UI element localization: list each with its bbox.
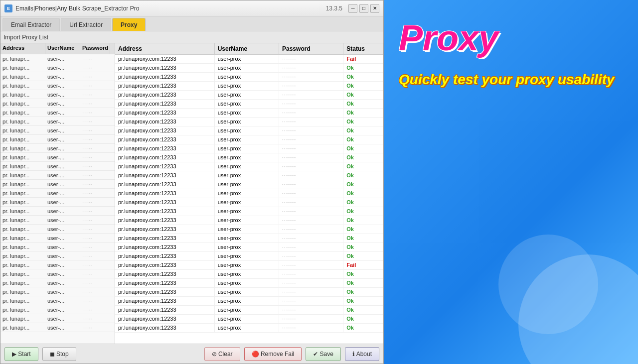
table-row[interactable]: pr.lunaproxy.com:12233 user-prox ·······… xyxy=(115,63,383,72)
table-row[interactable]: pr.lunaproxy.com:12233 user-prox ·······… xyxy=(115,251,383,260)
cell-password: ······· xyxy=(279,260,343,269)
table-row[interactable]: pr.lunaproxy.com:12233 user-prox ·······… xyxy=(115,287,383,296)
table-row[interactable]: pr.lunaproxy.com:12233 user-prox ·······… xyxy=(115,216,383,225)
list-item[interactable]: pr. lunapr... user-... ····· xyxy=(0,180,115,189)
cell-address: pr.lunaproxy.com:12233 xyxy=(115,153,214,162)
table-row[interactable]: pr.lunaproxy.com:12233 user-prox ·······… xyxy=(115,99,383,108)
list-cell-address: pr. lunapr... xyxy=(0,172,45,179)
save-button[interactable]: ✔ Save xyxy=(306,347,341,361)
list-item[interactable]: pr. lunapr... user-... ····· xyxy=(0,278,115,287)
table-row[interactable]: pr.lunaproxy.com:12233 user-prox ·······… xyxy=(115,90,383,99)
list-item[interactable]: pr. lunapr... user-... ····· xyxy=(0,198,115,207)
table-row[interactable]: pr.lunaproxy.com:12233 user-prox ·······… xyxy=(115,144,383,153)
clear-button[interactable]: ⊘ Clear xyxy=(204,347,240,361)
list-cell-password: ····· xyxy=(80,118,110,125)
table-row[interactable]: pr.lunaproxy.com:12233 user-prox ·······… xyxy=(115,207,383,216)
list-cell-password: ····· xyxy=(80,91,110,98)
table-row[interactable]: pr.lunaproxy.com:12233 user-prox ·······… xyxy=(115,198,383,207)
list-item[interactable]: pr. lunapr... user-... ····· xyxy=(0,269,115,278)
list-item[interactable]: pr. lunapr... user-... ····· xyxy=(0,260,115,269)
cell-username: user-prox xyxy=(214,63,279,72)
close-button[interactable]: ✕ xyxy=(370,4,379,13)
list-cell-address: pr. lunapr... xyxy=(0,306,45,313)
list-item[interactable]: pr. lunapr... user-... ····· xyxy=(0,108,115,117)
table-row[interactable]: pr.lunaproxy.com:12233 user-prox ·······… xyxy=(115,323,383,332)
list-item[interactable]: pr. lunapr... user-... ····· xyxy=(0,72,115,81)
cell-username: user-prox xyxy=(214,278,279,287)
list-item[interactable]: pr. lunapr... user-... ····· xyxy=(0,305,115,314)
table-row[interactable]: pr.lunaproxy.com:12233 user-prox ·······… xyxy=(115,305,383,314)
list-item[interactable]: pr. lunapr... user-... ····· xyxy=(0,225,115,234)
tab-proxy[interactable]: Proxy xyxy=(112,18,146,31)
about-button[interactable]: ℹ About xyxy=(345,347,379,361)
list-item[interactable]: pr. lunapr... user-... ····· xyxy=(0,251,115,260)
table-row[interactable]: pr.lunaproxy.com:12233 user-prox ·······… xyxy=(115,189,383,198)
cell-username: user-prox xyxy=(214,117,279,126)
minimize-button[interactable]: ─ xyxy=(348,4,357,13)
list-item[interactable]: pr. lunapr... user-... ····· xyxy=(0,153,115,162)
table-row[interactable]: pr.lunaproxy.com:12233 user-prox ·······… xyxy=(115,269,383,278)
start-button[interactable]: ▶ Start xyxy=(4,347,38,361)
table-row[interactable]: pr.lunaproxy.com:12233 user-prox ·······… xyxy=(115,117,383,126)
list-item[interactable]: pr. lunapr... user-... ····· xyxy=(0,90,115,99)
table-row[interactable]: pr.lunaproxy.com:12233 user-prox ·······… xyxy=(115,153,383,162)
maximize-button[interactable]: □ xyxy=(359,4,368,13)
table-row[interactable]: pr.lunaproxy.com:12233 user-prox ·······… xyxy=(115,234,383,243)
table-row[interactable]: pr.lunaproxy.com:12233 user-prox ·······… xyxy=(115,278,383,287)
table-row[interactable]: pr.lunaproxy.com:12233 user-prox ·······… xyxy=(115,296,383,305)
list-cell-password: ····· xyxy=(80,64,110,71)
list-item[interactable]: pr. lunapr... user-... ····· xyxy=(0,287,115,296)
list-cell-username: user-... xyxy=(45,190,80,197)
list-item[interactable]: pr. lunapr... user-... ····· xyxy=(0,135,115,144)
table-row[interactable]: pr.lunaproxy.com:12233 user-prox ·······… xyxy=(115,81,383,90)
promo-subtitle: Quickly test your proxy usability xyxy=(399,71,623,89)
remove-fail-button[interactable]: 🔴 Remove Fail xyxy=(244,347,302,361)
cell-address: pr.lunaproxy.com:12233 xyxy=(115,323,214,332)
table-row[interactable]: pr.lunaproxy.com:12233 user-prox ·······… xyxy=(115,108,383,117)
table-row[interactable]: pr.lunaproxy.com:12233 user-prox ·······… xyxy=(115,225,383,234)
list-item[interactable]: pr. lunapr... user-... ····· xyxy=(0,63,115,72)
list-item[interactable]: pr. lunapr... user-... ····· xyxy=(0,296,115,305)
list-item[interactable]: pr. lunapr... user-... ····· xyxy=(0,144,115,153)
list-item[interactable]: pr. lunapr... user-... ····· xyxy=(0,323,115,332)
table-row[interactable]: pr.lunaproxy.com:12233 user-prox ·······… xyxy=(115,171,383,180)
list-cell-password: ····· xyxy=(80,145,110,152)
cell-password: ······· xyxy=(279,117,343,126)
list-item[interactable]: pr. lunapr... user-... ····· xyxy=(0,54,115,63)
list-item[interactable]: pr. lunapr... user-... ····· xyxy=(0,216,115,225)
table-row[interactable]: pr.lunaproxy.com:12233 user-prox ·······… xyxy=(115,54,383,63)
tab-url-extractor[interactable]: Url Extractor xyxy=(61,18,111,31)
stop-button[interactable]: ◼ Stop xyxy=(42,347,76,361)
list-item[interactable]: pr. lunapr... user-... ····· xyxy=(0,234,115,243)
list-item[interactable]: pr. lunapr... user-... ····· xyxy=(0,171,115,180)
list-item[interactable]: pr. lunapr... user-... ····· xyxy=(0,81,115,90)
table-row[interactable]: pr.lunaproxy.com:12233 user-prox ·······… xyxy=(115,72,383,81)
cell-address: pr.lunaproxy.com:12233 xyxy=(115,287,214,296)
cell-password: ······· xyxy=(279,108,343,117)
table-row[interactable]: pr.lunaproxy.com:12233 user-prox ·······… xyxy=(115,314,383,323)
tab-email-extractor[interactable]: Email Extractor xyxy=(2,18,60,31)
list-cell-address: pr. lunapr... xyxy=(0,145,45,152)
cell-address: pr.lunaproxy.com:12233 xyxy=(115,90,214,99)
table-row[interactable]: pr.lunaproxy.com:12233 user-prox ·······… xyxy=(115,180,383,189)
import-bar[interactable]: Import Proxy List xyxy=(0,31,383,43)
list-item[interactable]: pr. lunapr... user-... ····· xyxy=(0,162,115,171)
cell-status: Ok xyxy=(343,135,383,144)
list-cell-address: pr. lunapr... xyxy=(0,270,45,277)
list-item[interactable]: pr. lunapr... user-... ····· xyxy=(0,126,115,135)
list-item[interactable]: pr. lunapr... user-... ····· xyxy=(0,189,115,198)
cell-username: user-prox xyxy=(214,81,279,90)
table-row[interactable]: pr.lunaproxy.com:12233 user-prox ·······… xyxy=(115,126,383,135)
list-item[interactable]: pr. lunapr... user-... ····· xyxy=(0,117,115,126)
table-row[interactable]: pr.lunaproxy.com:12233 user-prox ·······… xyxy=(115,162,383,171)
list-item[interactable]: pr. lunapr... user-... ····· xyxy=(0,243,115,251)
table-row[interactable]: pr.lunaproxy.com:12233 user-prox ·······… xyxy=(115,243,383,251)
list-cell-address: pr. lunapr... xyxy=(0,136,45,143)
list-item[interactable]: pr. lunapr... user-... ····· xyxy=(0,99,115,108)
cell-password: ······· xyxy=(279,135,343,144)
list-cell-username: user-... xyxy=(45,261,80,268)
list-item[interactable]: pr. lunapr... user-... ····· xyxy=(0,314,115,323)
table-row[interactable]: pr.lunaproxy.com:12233 user-prox ·······… xyxy=(115,135,383,144)
table-row[interactable]: pr.lunaproxy.com:12233 user-prox ·······… xyxy=(115,260,383,269)
list-item[interactable]: pr. lunapr... user-... ····· xyxy=(0,207,115,216)
